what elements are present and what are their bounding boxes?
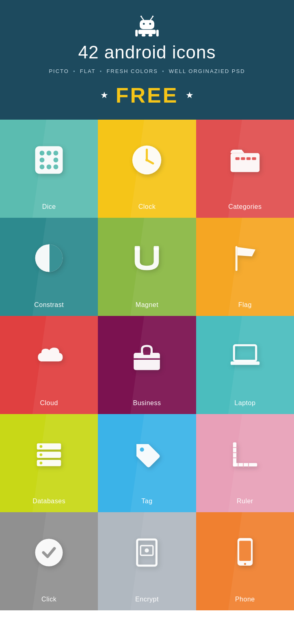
ruler-label: Ruler [237,498,253,505]
svg-rect-7 [138,30,156,34]
tag-fresh-colors: FRESH COLORS [106,68,158,74]
svg-rect-9 [156,30,159,36]
icon-cell-ruler: Ruler [196,414,294,512]
magnet-icon [130,241,164,275]
icon-wrapper-cloud [0,316,98,396]
contrast-label: Constrast [34,301,64,309]
svg-rect-33 [154,246,159,250]
svg-point-63 [244,563,246,565]
svg-line-4 [150,17,153,20]
android-robot-icon [135,12,159,38]
icon-wrapper-tag [98,414,196,494]
svg-point-14 [47,150,52,155]
svg-rect-38 [234,345,256,361]
encrypt-icon [130,535,164,570]
tag-line: PICTO ● FLAT ● FRESH COLORS ● WELL ORGIN… [8,68,286,74]
icon-cell-laptop: Laptop [196,316,294,414]
svg-rect-29 [252,157,256,160]
svg-point-55 [35,539,63,566]
dot3: ● [162,69,165,73]
svg-rect-28 [246,157,251,160]
svg-point-2 [149,23,151,25]
free-label: FREE [116,83,179,107]
svg-point-18 [40,164,45,169]
clock-icon [130,143,164,177]
tag-flat: FLAT [80,68,96,74]
icon-cell-tag: Tag [98,414,196,512]
icon-wrapper-click [0,512,98,592]
categories-icon [228,143,262,177]
laptop-label: Laptop [234,399,255,407]
svg-rect-12 [35,146,63,174]
databases-icon [32,437,66,472]
icon-wrapper-business [98,316,196,396]
svg-rect-36 [143,351,150,355]
svg-rect-60 [239,541,251,560]
dice-label: Dice [42,203,56,210]
svg-point-45 [40,462,43,464]
flag-icon [228,241,262,275]
tag-label: Tag [141,498,152,505]
encrypt-label: Encrypt [135,596,159,603]
svg-point-17 [54,157,58,162]
click-icon [32,535,66,570]
svg-point-19 [47,164,52,169]
icon-cell-dice: Dice [0,120,98,218]
svg-point-44 [40,453,43,456]
click-label: Click [41,596,56,603]
tag-picto: PICTO [49,68,69,74]
icon-wrapper-clock [98,120,196,200]
cloud-label: Cloud [40,399,58,407]
tag-well-organized: WELL ORGINAZIED PSD [169,68,245,74]
svg-rect-34 [236,246,238,270]
svg-point-43 [40,445,43,448]
svg-point-1 [143,23,145,25]
icon-cell-databases: Databases [0,414,98,512]
svg-rect-11 [149,34,153,36]
svg-point-13 [40,150,45,155]
icon-wrapper-contrast [0,218,98,298]
categories-label: Categories [228,203,262,210]
icon-cell-magnet: Magnet [98,218,196,316]
dot1: ● [73,69,76,73]
star-left-icon: ★ [100,90,108,101]
icon-wrapper-categories [196,120,294,200]
icon-cell-flag: Flag [196,218,294,316]
svg-rect-48 [233,463,257,466]
icon-wrapper-dice [0,120,98,200]
svg-point-16 [40,157,45,162]
svg-rect-26 [236,157,240,160]
dice-icon [32,143,66,177]
icon-grid: Dice Clock Categ [0,120,294,610]
svg-rect-25 [231,153,259,172]
icon-wrapper-phone [196,512,294,592]
free-line: ★ FREE ★ [8,83,286,107]
magnet-label: Magnet [136,301,158,309]
star-right-icon: ★ [186,90,194,101]
svg-rect-39 [231,361,259,365]
svg-rect-27 [241,157,245,160]
cloud-icon [32,339,66,374]
svg-point-58 [145,548,149,552]
svg-point-20 [54,164,58,169]
icon-cell-contrast: Constrast [0,218,98,316]
svg-rect-47 [233,442,237,466]
laptop-icon [228,339,262,374]
icon-cell-click: Click [0,512,98,610]
business-label: Business [133,399,161,407]
icon-wrapper-encrypt [98,512,196,592]
contrast-icon [32,241,66,275]
icon-cell-phone: Phone [196,512,294,610]
svg-point-6 [152,15,154,17]
phone-icon [228,535,262,570]
svg-rect-0 [140,20,154,29]
icon-cell-categories: Categories [196,120,294,218]
svg-point-5 [141,15,142,17]
clock-label: Clock [138,203,156,210]
header: 42 android icons PICTO ● FLAT ● FRESH CO… [0,0,294,120]
svg-point-24 [146,159,149,161]
icon-wrapper-laptop [196,316,294,396]
icon-cell-business: Business [98,316,196,414]
icon-wrapper-flag [196,218,294,298]
page-title: 42 android icons [8,42,286,62]
